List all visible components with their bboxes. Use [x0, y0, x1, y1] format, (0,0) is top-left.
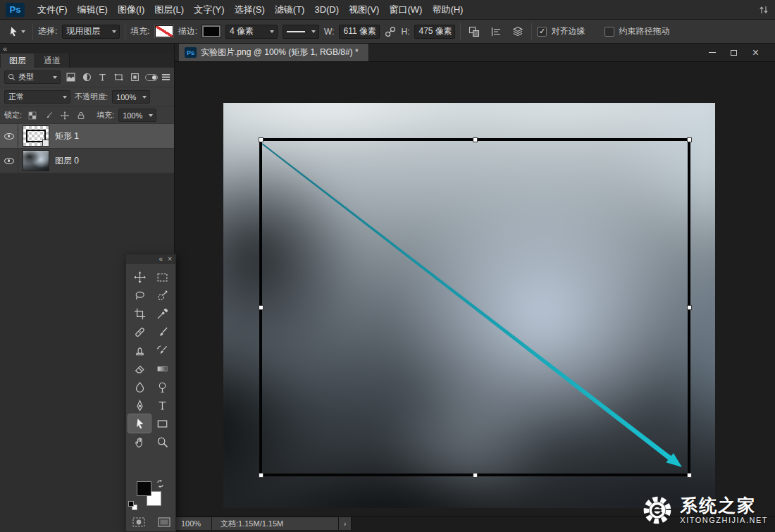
link-dimensions-icon[interactable] — [385, 26, 396, 37]
clone-stamp-tool[interactable] — [128, 341, 151, 359]
visibility-toggle[interactable] — [0, 124, 18, 148]
filter-type-layers-icon[interactable] — [97, 71, 108, 83]
up-down-arrows-icon[interactable] — [758, 5, 769, 15]
filter-toggle-switch[interactable] — [145, 74, 158, 81]
lock-position-icon[interactable] — [58, 109, 70, 121]
shape-width-input[interactable]: 611 像素 — [339, 25, 380, 39]
transform-handle[interactable] — [687, 473, 692, 478]
tab-layers[interactable]: 图层 — [1, 54, 35, 68]
stroke-style-dropdown[interactable] — [283, 25, 319, 39]
default-colors-icon[interactable] — [128, 501, 137, 510]
close-panel-icon[interactable]: × — [168, 256, 172, 262]
filter-pixel-layers-icon[interactable] — [65, 71, 77, 83]
history-brush-tool[interactable] — [151, 341, 173, 359]
menu-3d[interactable]: 3D(D) — [314, 4, 339, 15]
filter-smart-objects-icon[interactable] — [129, 71, 141, 83]
menu-image[interactable]: 图像(I) — [118, 4, 144, 16]
transform-handle[interactable] — [259, 137, 264, 142]
visibility-toggle[interactable] — [0, 149, 18, 173]
canvas-area[interactable] — [175, 62, 775, 516]
shape-height-input[interactable]: 475 像素 — [414, 25, 455, 39]
transform-handle[interactable] — [687, 305, 692, 310]
canvas[interactable] — [223, 103, 715, 508]
rectangle-shape[interactable] — [259, 138, 690, 476]
fill-color-swatch[interactable] — [155, 25, 173, 37]
blur-tool[interactable] — [128, 378, 151, 396]
pen-tool[interactable] — [128, 396, 151, 414]
menu-edit[interactable]: 编辑(E) — [78, 4, 108, 16]
zoom-level-input[interactable]: 100% — [175, 517, 212, 530]
layer-thumbnail[interactable] — [23, 150, 49, 171]
layer-filter-dropdown[interactable]: 类型 — [4, 70, 61, 84]
align-edges-option[interactable]: ✓ 对齐边缘 — [537, 25, 585, 37]
foreground-color-swatch[interactable] — [137, 481, 151, 496]
quick-mask-button[interactable] — [130, 516, 147, 528]
filter-adjustment-layers-icon[interactable] — [81, 71, 93, 83]
stroke-color-swatch[interactable] — [202, 25, 221, 37]
type-tool[interactable] — [151, 396, 173, 414]
layer-row-rectangle-1[interactable]: 矩形 1 — [0, 124, 174, 149]
filter-shape-layers-icon[interactable] — [113, 71, 125, 83]
fill-opacity-dropdown[interactable]: 100% — [118, 109, 156, 122]
blend-mode-dropdown[interactable]: 正常 — [4, 90, 70, 104]
tab-channels[interactable]: 通道 — [35, 54, 70, 68]
constrain-path-option[interactable]: 约束路径拖动 — [604, 25, 669, 37]
eyedropper-tool[interactable] — [151, 304, 173, 323]
hand-tool[interactable] — [128, 433, 151, 451]
menu-filter[interactable]: 滤镜(T) — [275, 4, 305, 16]
menu-window[interactable]: 窗口(W) — [389, 4, 422, 16]
current-tool-button[interactable] — [6, 25, 27, 39]
lasso-tool[interactable] — [128, 286, 151, 304]
layer-row-layer-0[interactable]: 图层 0 — [0, 149, 174, 173]
maximize-button[interactable] — [723, 45, 745, 60]
rectangular-marquee-tool[interactable] — [151, 268, 173, 286]
menu-select[interactable]: 选择(S) — [234, 4, 264, 16]
collapse-panels-icon[interactable]: « — [3, 45, 7, 52]
panel-menu-icon[interactable] — [162, 74, 170, 75]
select-mode-dropdown[interactable]: 现用图层 — [62, 25, 120, 39]
layer-name[interactable]: 图层 0 — [55, 155, 79, 167]
menu-layer[interactable]: 图层(L) — [154, 4, 184, 16]
close-button[interactable]: × — [745, 45, 767, 60]
layer-name[interactable]: 矩形 1 — [55, 130, 79, 142]
eraser-tool[interactable] — [128, 359, 151, 378]
lock-transparent-pixels-icon[interactable] — [26, 109, 38, 121]
menu-file[interactable]: 文件(F) — [37, 4, 68, 16]
rectangle-tool[interactable] — [151, 414, 173, 433]
minimize-button[interactable] — [701, 45, 723, 60]
gradient-tool[interactable] — [151, 359, 173, 378]
path-arrangement-button[interactable] — [509, 24, 526, 39]
collapse-panel-icon[interactable]: « — [159, 256, 163, 262]
transform-handle[interactable] — [473, 137, 478, 142]
lock-all-icon[interactable] — [75, 109, 87, 121]
path-operations-button[interactable] — [466, 24, 483, 39]
swap-colors-icon[interactable] — [156, 479, 165, 488]
brush-tool[interactable] — [151, 323, 173, 341]
move-tool[interactable] — [128, 268, 151, 286]
stroke-width-dropdown[interactable]: 4 像素 — [225, 25, 278, 39]
layer-thumbnail[interactable] — [23, 125, 49, 147]
spot-healing-brush-tool[interactable] — [128, 323, 151, 341]
transform-handle[interactable] — [259, 473, 264, 478]
dodge-tool[interactable] — [151, 378, 173, 396]
status-options-arrow[interactable]: › — [339, 517, 352, 530]
screen-mode-button[interactable] — [156, 516, 173, 528]
transform-handle[interactable] — [259, 305, 264, 310]
lock-row: 锁定: 填充: 100% — [0, 107, 174, 124]
constrain-path-label: 约束路径拖动 — [619, 25, 669, 37]
menu-view[interactable]: 视图(V) — [349, 4, 379, 16]
path-selection-tool[interactable] — [128, 414, 151, 433]
menu-type[interactable]: 文字(Y) — [194, 4, 224, 16]
constrain-path-checkbox[interactable] — [604, 27, 614, 37]
lock-image-pixels-icon[interactable] — [42, 109, 54, 121]
transform-handle[interactable] — [687, 137, 692, 142]
crop-tool[interactable] — [128, 304, 151, 323]
quick-selection-tool[interactable] — [151, 286, 173, 304]
align-edges-checkbox[interactable]: ✓ — [537, 27, 547, 37]
path-alignment-button[interactable] — [488, 24, 504, 39]
transform-handle[interactable] — [473, 473, 478, 478]
menu-help[interactable]: 帮助(H) — [432, 4, 463, 16]
opacity-dropdown[interactable]: 100% — [112, 90, 150, 104]
zoom-tool[interactable] — [151, 433, 173, 451]
document-tab[interactable]: Ps 实验图片.png @ 100% (矩形 1, RGB/8#) * — [179, 44, 369, 61]
